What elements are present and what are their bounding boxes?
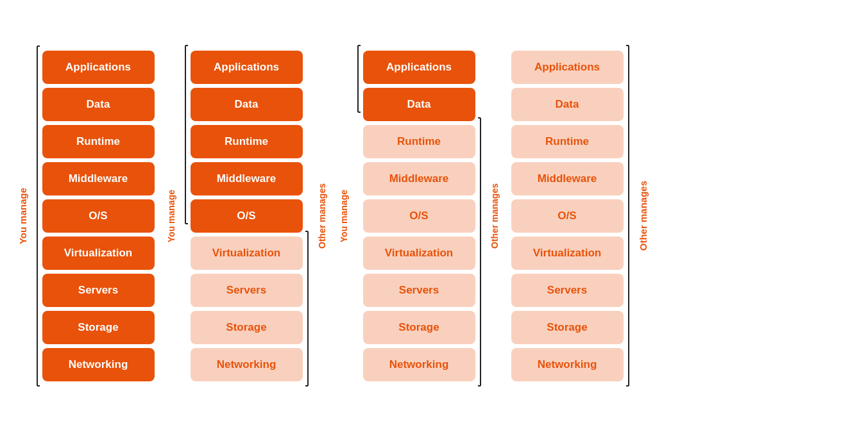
col3-item-5: Virtualization — [363, 237, 475, 270]
col2-right-bracket — [305, 44, 317, 388]
col3-stack: Applications Data Runtime Middleware O/S… — [363, 51, 475, 381]
col2-left-wrap: You manage — [166, 44, 188, 388]
col3-left-wrap: You manage — [339, 44, 361, 388]
col3-left-label: You manage — [339, 190, 349, 242]
col1-item-6: Servers — [42, 274, 155, 307]
col2-item-2: Runtime — [191, 125, 303, 158]
col4-stack: Applications Data Runtime Middleware O/S… — [511, 51, 624, 381]
col1-item-3: Middleware — [42, 162, 155, 195]
col1-item-4: O/S — [42, 199, 155, 233]
col2-item-7: Storage — [191, 311, 303, 344]
col1-item-5: Virtualization — [42, 237, 155, 270]
column-2: You manage Applications Data Runtime Mid… — [166, 44, 327, 388]
col2-item-4: O/S — [191, 199, 303, 233]
col3-item-6: Servers — [363, 274, 475, 307]
col4-item-3: Middleware — [511, 162, 624, 195]
col3-right-wrap: Other manages — [478, 44, 500, 388]
col1-left-label-wrap: You manage — [17, 44, 40, 388]
col1-left-label: You manage — [17, 188, 28, 244]
col2-item-3: Middleware — [191, 162, 303, 195]
col3-right-label: Other manages — [489, 183, 500, 249]
col2-item-6: Servers — [191, 274, 303, 307]
col2-right-label: Other manages — [317, 183, 327, 249]
col3-left-bracket — [349, 44, 361, 388]
col3-item-4: O/S — [363, 199, 475, 233]
col4-item-8: Networking — [511, 348, 624, 381]
col2-left-label: You manage — [166, 190, 176, 242]
col4-item-7: Storage — [511, 311, 624, 344]
col4-item-2: Runtime — [511, 125, 624, 158]
col3-item-3: Middleware — [363, 162, 475, 195]
column-1: You manage Applications Data Runtime Mid… — [17, 44, 155, 388]
col4-right-label: Other manages — [638, 181, 649, 251]
col3-item-1: Data — [363, 88, 475, 121]
col4-item-4: O/S — [511, 199, 624, 233]
col1-stack: Applications Data Runtime Middleware O/S… — [42, 51, 155, 381]
col2-stack: Applications Data Runtime Middleware O/S… — [191, 51, 303, 381]
col1-item-2: Runtime — [42, 125, 155, 158]
col2-right-wrap: Other manages — [305, 44, 327, 388]
col1-item-8: Networking — [42, 348, 155, 381]
col4-right-wrap: Other manages — [626, 44, 649, 388]
col3-item-2: Runtime — [363, 125, 475, 158]
col1-left-bracket — [28, 44, 40, 388]
col4-item-6: Servers — [511, 274, 624, 307]
col3-item-0: Applications — [363, 51, 475, 84]
col4-item-0: Applications — [511, 51, 624, 84]
col1-item-1: Data — [42, 88, 155, 121]
column-4: Applications Data Runtime Middleware O/S… — [511, 44, 649, 388]
col1-item-7: Storage — [42, 311, 155, 344]
col1-item-0: Applications — [42, 51, 155, 84]
col3-right-bracket — [478, 44, 489, 388]
col2-item-1: Data — [191, 88, 303, 121]
diagram: You manage Applications Data Runtime Mid… — [17, 44, 851, 388]
col2-item-0: Applications — [191, 51, 303, 84]
col2-item-5: Virtualization — [191, 237, 303, 270]
column-3: You manage Applications Data Runtime Mid… — [339, 44, 500, 388]
col4-item-1: Data — [511, 88, 624, 121]
col4-item-5: Virtualization — [511, 237, 624, 270]
col2-left-bracket — [176, 44, 188, 388]
col3-item-7: Storage — [363, 311, 475, 344]
col4-right-bracket — [626, 44, 638, 388]
col2-item-8: Networking — [191, 348, 303, 381]
col3-item-8: Networking — [363, 348, 475, 381]
